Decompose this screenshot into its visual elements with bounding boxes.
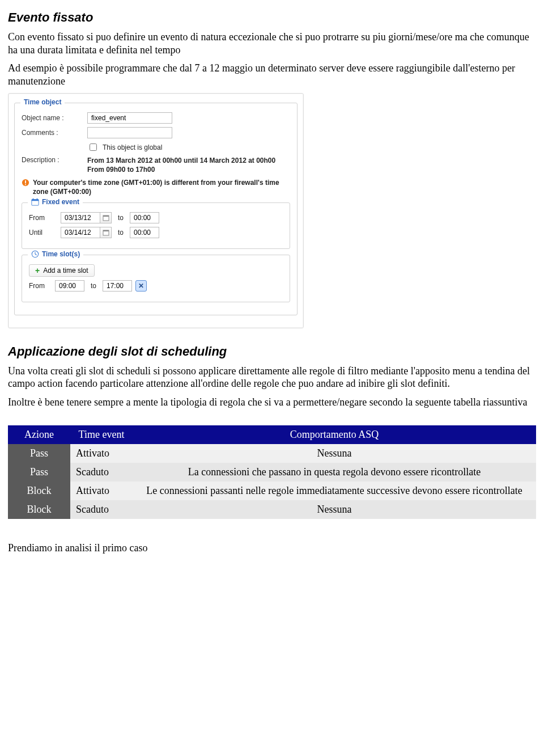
from-date-input[interactable] [61,212,100,223]
slot-from-label: From [29,282,52,290]
summary-table: Azione Time event Comportamento ASQ Pass… [8,425,536,519]
table-row: Block Scaduto Nessuna [8,500,536,519]
svg-rect-6 [37,198,38,200]
close-icon: ✕ [138,282,144,290]
svg-rect-2 [25,184,26,185]
table-cell: Attivato [70,444,133,463]
table-cell: Block [8,482,70,500]
section-title-evento-fissato: Evento fissato [8,10,536,25]
svg-rect-1 [25,180,26,183]
paragraph: Ad esempio è possibile programmare che d… [8,62,536,87]
date-picker-button[interactable] [100,212,112,223]
time-slots-fieldset: Time slot(s) + Add a time slot From to ✕ [22,255,290,302]
description-text: From 13 March 2012 at 00h00 until 14 Mar… [87,156,275,174]
until-label: Until [29,229,57,236]
table-row: Block Attivato Le connessioni passanti n… [8,482,536,500]
fixed-event-fieldset: Fixed event From to Until [22,202,290,249]
calendar-picker-icon [103,229,109,236]
until-time-input[interactable] [130,227,159,238]
table-cell: Nessuna [133,444,536,463]
delete-slot-button[interactable]: ✕ [135,280,147,292]
until-date-input[interactable] [61,227,100,238]
time-object-panel: Time object Object name : Comments : Thi… [8,93,304,328]
description-line: From 09h00 to 17h00 [87,165,275,174]
table-cell: Attivato [70,482,133,500]
calendar-picker-icon [103,214,109,221]
fieldset-legend: Fixed event [28,198,83,206]
slot-to-input[interactable] [103,280,132,292]
table-cell: Nessuna [133,500,536,519]
table-row: Pass Attivato Nessuna [8,444,536,463]
add-time-slot-button[interactable]: + Add a time slot [29,264,95,277]
table-header: Comportamento ASQ [133,425,536,444]
object-name-input[interactable] [87,112,172,124]
table-cell: La connessioni che passano in questa reg… [133,463,536,482]
description-line: From 13 March 2012 at 00h00 until 14 Mar… [87,156,275,165]
table-cell: Scaduto [70,500,133,519]
timezone-warning: Your computer's time zone (GMT+01:00) is… [22,179,290,196]
paragraph: Prendiamo in analisi il primo caso [8,542,536,555]
date-picker-button[interactable] [100,227,112,238]
description-label: Description : [22,156,84,164]
svg-rect-10 [103,230,109,231]
table-header: Azione [8,425,70,444]
comments-label: Comments : [22,129,84,137]
comments-input[interactable] [87,127,172,138]
slot-from-input[interactable] [55,280,84,292]
paragraph: Con evento fissato si puo definire un ev… [8,31,536,56]
warning-text: Your computer's time zone (GMT+01:00) is… [33,179,290,196]
table-row: Pass Scaduto La connessioni che passano … [8,463,536,482]
from-label: From [29,214,57,222]
table-cell: Scaduto [70,463,133,482]
legend-text: Time object [24,98,61,106]
calendar-icon [31,198,39,206]
slot-to-label: to [88,282,99,290]
fieldset-legend: Time slot(s) [28,250,83,258]
section-title-applicazione: Applicazione degli slot di scheduling [8,344,536,359]
time-object-fieldset: Time object Object name : Comments : Thi… [14,103,298,315]
global-checkbox[interactable] [90,143,97,151]
object-name-label: Object name : [22,114,84,122]
legend-text: Fixed event [42,198,79,206]
legend-text: Time slot(s) [42,250,80,258]
add-time-slot-label: Add a time slot [43,267,88,274]
table-cell: Block [8,500,70,519]
clock-icon [31,250,39,258]
svg-rect-8 [103,216,109,217]
table-header: Time event [70,425,133,444]
svg-rect-5 [33,198,34,200]
table-cell: Le connessioni passanti nelle regole imm… [133,482,536,500]
paragraph: Una volta creati gli slot di scheduli si… [8,365,536,390]
fieldset-legend: Time object [20,98,65,106]
to-label: to [115,229,126,236]
table-cell: Pass [8,463,70,482]
plus-icon: + [35,267,40,274]
warning-icon [22,179,29,187]
paragraph: Inoltre è bene tenere sempre a mente la … [8,396,536,409]
from-time-input[interactable] [130,212,159,223]
table-cell: Pass [8,444,70,463]
to-label: to [115,214,126,222]
global-checkbox-label: This object is global [103,143,162,151]
